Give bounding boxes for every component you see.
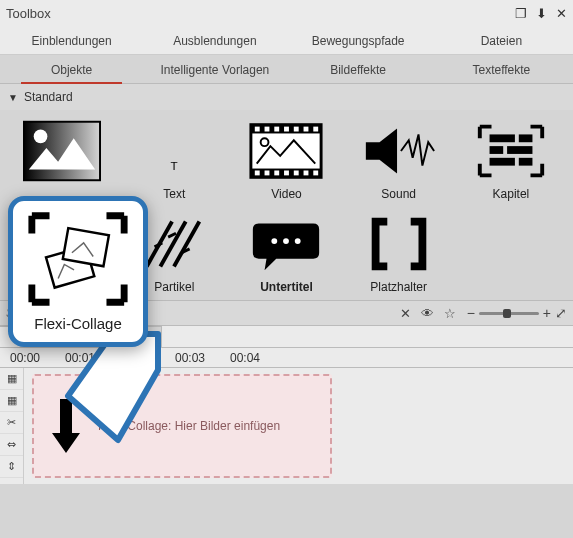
- timeline-area: ▦ ▦ ✂ ⇔ ⇕ Flexi-Collage: Hier Bilder ein…: [0, 368, 573, 484]
- ruler-tick: 00:03: [175, 351, 205, 365]
- svg-line-30: [161, 222, 186, 267]
- svg-rect-8: [275, 127, 280, 132]
- svg-rect-7: [265, 127, 270, 132]
- ruler-tick: 00:04: [230, 351, 260, 365]
- tab-intelligente-vorlagen[interactable]: Intelligente Vorlagen: [143, 57, 286, 84]
- svg-rect-25: [489, 158, 514, 166]
- tl-tool-1[interactable]: ▦: [0, 368, 23, 390]
- empty-cell: [457, 209, 565, 298]
- tl-tool-5[interactable]: ⇕: [0, 456, 23, 478]
- dropzone-hint: Flexi-Collage: Hier Bilder einfügen: [98, 419, 280, 433]
- drag-preview-label: Flexi-Collage: [19, 315, 137, 332]
- svg-rect-11: [304, 127, 309, 132]
- tab-einblendungen[interactable]: Einblendungen: [0, 28, 143, 55]
- category-label: Standard: [24, 90, 73, 104]
- flexi-collage-dropzone[interactable]: Flexi-Collage: Hier Bilder einfügen: [32, 374, 332, 478]
- tabs-secondary: Objekte Intelligente Vorlagen Bildeffekt…: [0, 55, 573, 84]
- placeholder-icon: [360, 213, 438, 275]
- ruler-tick: 00:01: [65, 351, 95, 365]
- svg-point-35: [272, 238, 278, 244]
- svg-point-37: [295, 238, 301, 244]
- zoom-slider[interactable]: [479, 312, 539, 315]
- zoom-expand-icon[interactable]: ⤢: [555, 305, 567, 321]
- svg-rect-19: [314, 171, 319, 176]
- zoom-controls: − + ⤢: [461, 305, 573, 321]
- timeline-toolbar: ▦ ▦ ✂ ⇔ ⇕: [0, 368, 24, 484]
- titlebar: Toolbox ❐ ⬇ ✕: [0, 0, 573, 26]
- close-icon[interactable]: ✕: [556, 6, 567, 21]
- svg-rect-22: [519, 134, 533, 142]
- item-label: Text: [163, 187, 185, 201]
- tabs-top: Einblendungen Ausblendungen Bewegungspfa…: [0, 26, 573, 55]
- item-platzhalter[interactable]: Platzhalter: [345, 209, 453, 298]
- svg-rect-13: [255, 171, 260, 176]
- item-video[interactable]: Video: [232, 116, 340, 205]
- chapter-icon: [472, 120, 550, 182]
- item-sound[interactable]: Sound: [345, 116, 453, 205]
- window-controls: ❐ ⬇ ✕: [515, 6, 567, 21]
- zoom-in-icon[interactable]: +: [543, 305, 551, 321]
- collapse-icon: ▼: [8, 92, 18, 103]
- sound-icon: [360, 120, 438, 182]
- svg-line-31: [174, 222, 199, 267]
- tl-tool-4[interactable]: ⇔: [0, 434, 23, 456]
- tab-dateien[interactable]: Dateien: [430, 28, 573, 55]
- tl-tool-2[interactable]: ▦: [0, 390, 23, 412]
- svg-line-32: [155, 243, 163, 247]
- item-label: Partikel: [154, 280, 194, 294]
- item-label: Sound: [381, 187, 416, 201]
- category-header[interactable]: ▼ Standard: [0, 84, 573, 110]
- svg-point-36: [284, 238, 290, 244]
- ruler-tick: 00:02: [120, 351, 150, 365]
- tab-texteffekte[interactable]: Texteffekte: [430, 57, 573, 84]
- tab-ausblendungen[interactable]: Ausblendungen: [143, 28, 286, 55]
- text-icon: T: [135, 120, 213, 182]
- svg-rect-21: [489, 134, 514, 142]
- svg-rect-6: [255, 127, 260, 132]
- image-icon: [23, 120, 101, 182]
- item-bild[interactable]: Bild: [8, 116, 116, 205]
- svg-rect-0: [24, 122, 100, 181]
- item-kapitel[interactable]: Kapitel: [457, 116, 565, 205]
- video-icon: [247, 120, 325, 182]
- item-untertitel[interactable]: Untertitel: [232, 209, 340, 298]
- tab-objekte[interactable]: Objekte: [0, 57, 143, 84]
- svg-rect-16: [285, 171, 290, 176]
- svg-rect-18: [304, 171, 309, 176]
- zoom-out-icon[interactable]: −: [467, 305, 475, 321]
- svg-point-1: [34, 130, 48, 144]
- window-title: Toolbox: [6, 6, 51, 21]
- item-label: Video: [271, 187, 301, 201]
- tab-bewegungspfade[interactable]: Bewegungspfade: [287, 28, 430, 55]
- svg-rect-9: [285, 127, 290, 132]
- svg-rect-23: [489, 146, 503, 154]
- pin-icon[interactable]: ⬇: [536, 6, 547, 21]
- svg-text:T: T: [171, 159, 178, 172]
- svg-line-33: [168, 233, 176, 237]
- svg-rect-15: [275, 171, 280, 176]
- svg-rect-10: [294, 127, 299, 132]
- svg-rect-12: [314, 127, 319, 132]
- svg-rect-24: [507, 146, 532, 154]
- ruler-tick: 00:00: [10, 351, 40, 365]
- clear-icon[interactable]: ✕: [395, 306, 417, 321]
- item-text[interactable]: T Text: [120, 116, 228, 205]
- tab-bildeffekte[interactable]: Bildeffekte: [287, 57, 430, 84]
- svg-rect-14: [265, 171, 270, 176]
- eye-icon[interactable]: 👁: [417, 306, 439, 321]
- restore-icon[interactable]: ❐: [515, 6, 527, 21]
- item-label: Kapitel: [493, 187, 530, 201]
- down-arrow-icon: [52, 395, 80, 457]
- svg-rect-17: [294, 171, 299, 176]
- item-label: Platzhalter: [370, 280, 427, 294]
- timeline-ruler[interactable]: 00:00 00:01 00:02 00:03 00:04: [0, 348, 573, 368]
- item-label: Untertitel: [260, 280, 313, 294]
- star-icon[interactable]: ☆: [439, 306, 461, 321]
- flexi-collage-icon: [24, 209, 132, 309]
- tl-tool-3[interactable]: ✂: [0, 412, 23, 434]
- subtitle-icon: [247, 213, 325, 275]
- svg-rect-26: [519, 158, 533, 166]
- drag-preview-flexi-collage: Flexi-Collage: [8, 196, 148, 347]
